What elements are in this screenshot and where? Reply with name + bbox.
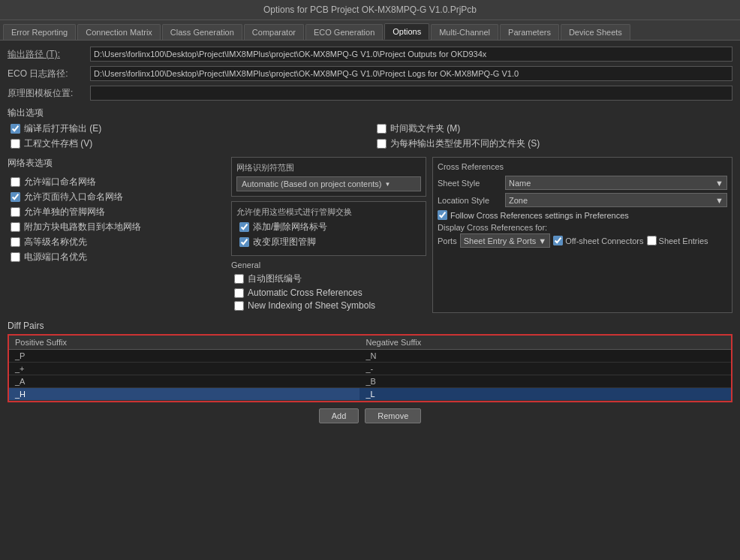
- net-options-title: 网络表选项: [8, 157, 225, 171]
- different-folders-checkbox[interactable]: [377, 139, 387, 149]
- tab-options[interactable]: Options: [384, 23, 429, 40]
- output-path-row: 输出路径 (T):: [8, 47, 732, 62]
- new-indexing-row: New Indexing of Sheet Symbols: [231, 300, 426, 311]
- tab-device-sheets[interactable]: Device Sheets: [561, 24, 630, 40]
- new-indexing-label: New Indexing of Sheet Symbols: [248, 300, 375, 311]
- auto-cross-refs-checkbox[interactable]: [234, 288, 244, 298]
- tab-connection-matrix[interactable]: Connection Matrix: [77, 24, 161, 40]
- diff-table-header: Positive Suffix Negative Suffix: [9, 336, 731, 350]
- allow-page-entry-row: 允许页面待入口命名网络: [8, 191, 225, 203]
- off-sheet-checkbox[interactable]: [553, 236, 563, 245]
- tab-parameters[interactable]: Parameters: [500, 24, 559, 40]
- output-path-label[interactable]: 输出路径 (T):: [8, 48, 90, 61]
- sheet-style-label: Sheet Style: [438, 179, 505, 188]
- follow-cross-refs-checkbox[interactable]: [438, 210, 447, 220]
- add-remove-net-checkbox[interactable]: [239, 222, 249, 232]
- schematic-location-input[interactable]: [90, 86, 732, 101]
- allow-single-pin-checkbox[interactable]: [11, 207, 20, 217]
- project-archive-checkbox[interactable]: [11, 139, 20, 149]
- output-options-section: 输出选项 编译后打开输出 (E) 时间戳文件夹 (M) 工程文件存档 (V) 为…: [8, 107, 732, 152]
- tab-error-reporting[interactable]: Error Reporting: [3, 24, 76, 40]
- higher-priority-row: 高等级名称优先: [8, 236, 225, 248]
- tab-multi-channel[interactable]: Multi-Channel: [431, 24, 498, 40]
- follow-cross-refs-row: Follow Cross References settings in Pref…: [438, 210, 727, 220]
- location-style-arrow-icon: ▼: [715, 196, 723, 205]
- add-button[interactable]: Add: [319, 408, 359, 423]
- net-scope-arrow-icon: ▼: [384, 181, 390, 188]
- pin-exchange-section: 允许使用这些模式进行管脚交换 添加/删除网络标号 改变原理图管脚: [231, 201, 426, 256]
- power-port-priority-label: 电源端口名优先: [24, 251, 87, 263]
- project-archive-label: 工程文件存档 (V): [24, 137, 92, 150]
- sheet-entries-item: Sheet Entries: [647, 236, 708, 245]
- new-indexing-checkbox[interactable]: [234, 301, 244, 311]
- allow-port-naming-checkbox[interactable]: [11, 177, 20, 187]
- diff-row-0[interactable]: _P _N: [9, 350, 731, 363]
- ports-row: Ports Sheet Entry & Ports ▼ Off-sheet Co…: [438, 233, 727, 248]
- change-schematic-pin-label: 改变原理图管脚: [253, 236, 316, 248]
- net-options-panel: 网络表选项 允许端口命名网络 允许页面待入口命名网络 允许单独的管脚网络 附加方…: [8, 157, 225, 313]
- sheet-style-value: Name: [509, 179, 531, 188]
- eco-log-row: ECO 日志路径:: [8, 66, 732, 81]
- allow-page-entry-checkbox[interactable]: [11, 192, 20, 202]
- output-options-title: 输出选项: [8, 107, 732, 119]
- tab-comparator[interactable]: Comparator: [244, 24, 304, 40]
- diff-table: Positive Suffix Negative Suffix _P _N _+…: [9, 336, 731, 401]
- eco-log-label: ECO 日志路径:: [8, 68, 90, 80]
- append-block-row: 附加方块电路数目到本地网络: [8, 221, 225, 233]
- project-archive-row: 工程文件存档 (V): [8, 137, 366, 150]
- tab-eco-generation[interactable]: ECO Generation: [305, 24, 383, 40]
- eco-log-input[interactable]: [90, 66, 732, 81]
- ports-dropdown-arrow-icon: ▼: [538, 236, 546, 245]
- change-schematic-pin-checkbox[interactable]: [239, 237, 249, 247]
- cross-refs-panel: Cross References Sheet Style Name ▼ Loca…: [432, 157, 732, 313]
- auto-sheet-numbering-checkbox[interactable]: [234, 274, 244, 284]
- net-scope-title: 网络识别符范围: [236, 162, 421, 173]
- diff-row-1[interactable]: _+ _-: [9, 363, 731, 375]
- allow-port-naming-label: 允许端口命名网络: [24, 176, 96, 188]
- add-remove-net-row: 添加/删除网络标号: [236, 221, 421, 233]
- ports-dropdown-value: Sheet Entry & Ports: [464, 236, 537, 245]
- net-options-checkboxes: 允许端口命名网络 允许页面待入口命名网络 允许单独的管脚网络 附加方块电路数目到…: [8, 176, 225, 263]
- allow-single-pin-row: 允许单独的管脚网络: [8, 206, 225, 218]
- append-block-label: 附加方块电路数目到本地网络: [24, 221, 141, 233]
- diff-positive-2: _A: [9, 375, 359, 388]
- location-style-value: Zone: [509, 196, 528, 205]
- sheet-style-arrow-icon: ▼: [715, 179, 723, 188]
- remove-button[interactable]: Remove: [365, 408, 421, 423]
- diff-positive-1: _+: [9, 363, 359, 375]
- tab-class-generation[interactable]: Class Generation: [162, 24, 242, 40]
- general-section: General 自动图纸编号 Automatic Cross Reference…: [231, 260, 426, 311]
- output-path-input[interactable]: [90, 47, 732, 62]
- auto-sheet-numbering-label: 自动图纸编号: [248, 272, 302, 285]
- diff-row-3[interactable]: _H _L: [9, 388, 731, 401]
- timestamp-folder-checkbox[interactable]: [377, 124, 387, 134]
- diff-negative-3[interactable]: _L: [359, 388, 731, 401]
- power-port-priority-checkbox[interactable]: [11, 252, 20, 262]
- window-title: Options for PCB Project OK-MX8MPQ-G V1.0…: [263, 5, 477, 15]
- diff-row-2[interactable]: _A _B: [9, 375, 731, 388]
- append-block-checkbox[interactable]: [11, 222, 20, 232]
- sheet-style-row: Sheet Style Name ▼: [438, 176, 727, 190]
- sheet-style-dropdown[interactable]: Name ▼: [505, 176, 727, 190]
- location-style-dropdown[interactable]: Zone ▼: [505, 193, 727, 207]
- title-bar: Options for PCB Project OK-MX8MPQ-G V1.0…: [0, 0, 740, 20]
- diff-pairs-container: Diff Pairs Positive Suffix Negative Suff…: [8, 321, 732, 423]
- allow-single-pin-label: 允许单独的管脚网络: [24, 206, 105, 218]
- col-positive-suffix: Positive Suffix: [9, 336, 359, 350]
- display-cross-refs-label: Display Cross References for:: [438, 223, 727, 232]
- location-style-label: Location Style: [438, 196, 505, 205]
- diff-table-container: Positive Suffix Negative Suffix _P _N _+…: [8, 334, 732, 402]
- tab-bar: Error Reporting Connection Matrix Class …: [0, 20, 740, 41]
- auto-cross-refs-row: Automatic Cross References: [231, 288, 426, 298]
- compile-open-checkbox[interactable]: [11, 124, 20, 134]
- higher-priority-checkbox[interactable]: [11, 237, 20, 247]
- allow-page-entry-label: 允许页面待入口命名网络: [24, 191, 123, 203]
- content-area: 输出路径 (T): ECO 日志路径: 原理图模板位置: 输出选项 编译后打开输…: [0, 41, 740, 558]
- add-remove-net-label: 添加/删除网络标号: [253, 221, 327, 233]
- allow-port-naming-row: 允许端口命名网络: [8, 176, 225, 188]
- diff-pairs-title: Diff Pairs: [8, 321, 732, 331]
- ports-dropdown[interactable]: Sheet Entry & Ports ▼: [460, 233, 551, 248]
- net-scope-dropdown[interactable]: Automatic (Based on project contents) ▼: [236, 176, 421, 191]
- sheet-entries-checkbox[interactable]: [647, 236, 657, 245]
- change-schematic-pin-row: 改变原理图管脚: [236, 236, 421, 248]
